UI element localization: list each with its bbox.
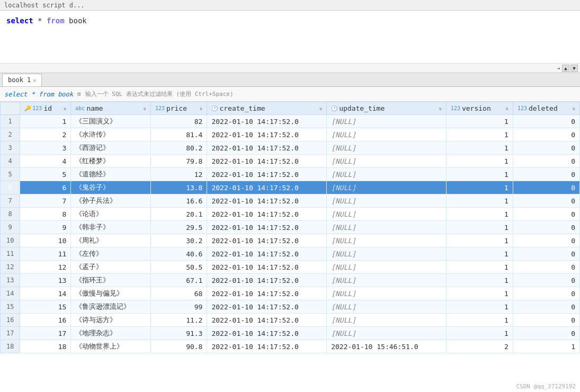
deleted-sort-icon[interactable]: ⇅ — [573, 106, 575, 111]
top-bar: localhost script d... — [0, 0, 580, 11]
cell-id: 8 — [20, 208, 71, 221]
cell-name: 《诗与远方》 — [71, 314, 151, 327]
id-sort-icon[interactable]: ⇅ — [64, 106, 66, 111]
row-number: 17 — [1, 327, 20, 340]
row-number: 5 — [1, 168, 20, 181]
col-deleted[interactable]: 123 deleted ⇅ — [513, 102, 579, 115]
col-update-time[interactable]: 🕐 update_time ⇅ — [327, 102, 447, 115]
cell-name: 《地理杂志》 — [71, 327, 151, 340]
table-row[interactable]: 1515《鲁滨逊漂流记》992022-01-10 14:17:52.0[NULL… — [1, 300, 580, 314]
cell-deleted: 0 — [513, 155, 579, 168]
table-row[interactable]: 1212《孟子》50.52022-01-10 14:17:52.0[NULL]1… — [1, 261, 580, 274]
tab-bar: book 1 ✕ — [0, 73, 580, 87]
cell-price: 81.4 — [150, 128, 207, 141]
cell-create-time: 2022-01-10 14:17:52.0 — [207, 194, 327, 208]
col-id[interactable]: 🔑 123 id ⇅ — [20, 102, 71, 115]
cell-name: 《三国演义》 — [71, 115, 151, 128]
cell-id: 13 — [20, 274, 71, 287]
name-type-icon: abc — [75, 105, 85, 111]
cell-name: 《指环王》 — [71, 274, 151, 287]
col-name-label: name — [86, 104, 103, 112]
table-row[interactable]: 1111《左传》40.62022-01-10 14:17:52.0[NULL]1… — [1, 247, 580, 261]
cell-version: 1 — [446, 194, 513, 208]
table-row[interactable]: 1414《傲慢与偏见》682022-01-10 14:17:52.0[NULL]… — [1, 287, 580, 300]
cell-version: 1 — [446, 115, 513, 128]
table-row[interactable]: 1010《周礼》30.22022-01-10 14:17:52.0[NULL]1… — [1, 234, 580, 247]
cell-price: 30.2 — [150, 234, 207, 247]
cell-name: 《孟子》 — [71, 261, 151, 274]
scroll-down-arrow[interactable]: ▼ — [570, 65, 578, 72]
row-number: 9 — [1, 221, 20, 234]
cell-id: 18 — [20, 340, 71, 353]
table-row[interactable]: 99《韩非子》29.52022-01-10 14:17:52.0[NULL]10 — [1, 221, 580, 234]
table-row[interactable]: 88《论语》20.12022-01-10 14:17:52.0[NULL]10 — [1, 208, 580, 221]
cell-price: 16.6 — [150, 194, 207, 208]
tab-book1[interactable]: book 1 ✕ — [2, 74, 42, 86]
cell-price: 29.5 — [150, 221, 207, 234]
table-row[interactable]: 77《孙子兵法》16.62022-01-10 14:17:52.0[NULL]1… — [1, 194, 580, 208]
table-row[interactable]: 1616《诗与远方》11.22022-01-10 14:17:52.0[NULL… — [1, 314, 580, 327]
cell-update-time: [NULL] — [327, 327, 447, 340]
sql-line: select * from book — [6, 15, 574, 26]
cell-id: 14 — [20, 287, 71, 300]
horizontal-scrollbar[interactable]: ◄ ▲ ▼ — [0, 64, 580, 73]
price-type-icon: 123 — [155, 105, 165, 111]
cell-name: 《西游记》 — [71, 141, 151, 155]
col-version-label: version — [462, 104, 491, 112]
col-price[interactable]: 123 price ⇅ — [150, 102, 207, 115]
cell-update-time: [NULL] — [327, 314, 447, 327]
cell-id: 9 — [20, 221, 71, 234]
cell-id: 7 — [20, 194, 71, 208]
col-create-time[interactable]: 🕐 create_time ⇅ — [207, 102, 327, 115]
table-row[interactable]: 33《西游记》80.22022-01-10 14:17:52.0[NULL]10 — [1, 141, 580, 155]
row-number: 4 — [1, 155, 20, 168]
cell-version: 1 — [446, 168, 513, 181]
cell-version: 2 — [446, 340, 513, 353]
cell-update-time: [NULL] — [327, 115, 447, 128]
cell-create-time: 2022-01-10 14:17:52.0 — [207, 128, 327, 141]
scroll-up-arrow[interactable]: ▲ — [562, 65, 569, 72]
update-time-sort-icon[interactable]: ⇅ — [439, 106, 441, 111]
cell-name: 《鬼谷子》 — [71, 181, 151, 194]
cell-price: 68 — [150, 287, 207, 300]
table-row[interactable]: 1717《地理杂志》91.32022-01-10 14:17:52.0[NULL… — [1, 327, 580, 340]
table-row[interactable]: 1818《动物世界上》90.82022-01-10 14:17:52.02022… — [1, 340, 580, 353]
version-sort-icon[interactable]: ⇅ — [505, 106, 508, 111]
cell-update-time: [NULL] — [327, 274, 447, 287]
table-row[interactable]: 66《鬼谷子》13.82022-01-10 14:17:52.0[NULL]10 — [1, 181, 580, 194]
cell-price: 80.2 — [150, 141, 207, 155]
cell-id: 1 — [20, 115, 71, 128]
table-header-row: 🔑 123 id ⇅ abc name ⇅ 123 — [1, 102, 580, 115]
price-sort-icon[interactable]: ⇅ — [200, 106, 202, 111]
cell-name: 《孙子兵法》 — [71, 194, 151, 208]
results-container[interactable]: 🔑 123 id ⇅ abc name ⇅ 123 — [0, 102, 580, 377]
cell-id: 10 — [20, 234, 71, 247]
scroll-controls[interactable]: ▲ ▼ — [562, 65, 578, 72]
row-number: 8 — [1, 208, 20, 221]
cell-version: 1 — [446, 314, 513, 327]
deleted-type-icon: 123 — [517, 105, 527, 111]
version-type-icon: 123 — [451, 105, 460, 111]
cell-deleted: 0 — [513, 247, 579, 261]
table-row[interactable]: 1313《指环王》67.12022-01-10 14:17:52.0[NULL]… — [1, 274, 580, 287]
table-row[interactable]: 44《红楼梦》79.82022-01-10 14:17:52.0[NULL]10 — [1, 155, 580, 168]
cell-version: 1 — [446, 327, 513, 340]
table-row[interactable]: 11《三国演义》822022-01-10 14:17:52.0[NULL]10 — [1, 115, 580, 128]
cell-version: 1 — [446, 274, 513, 287]
col-rownum — [1, 102, 20, 115]
tab-close-button[interactable]: ✕ — [33, 77, 36, 83]
cell-create-time: 2022-01-10 14:17:52.0 — [207, 261, 327, 274]
name-sort-icon[interactable]: ⇅ — [143, 106, 146, 111]
cell-deleted: 0 — [513, 314, 579, 327]
col-version[interactable]: 123 version ⇅ — [446, 102, 513, 115]
col-name[interactable]: abc name ⇅ — [71, 102, 151, 115]
cell-deleted: 0 — [513, 221, 579, 234]
sql-editor[interactable]: select * from book — [0, 11, 580, 64]
cell-id: 5 — [20, 168, 71, 181]
table-row[interactable]: 55《道德经》122022-01-10 14:17:52.0[NULL]10 — [1, 168, 580, 181]
row-number: 14 — [1, 287, 20, 300]
table-row[interactable]: 22《水浒传》81.42022-01-10 14:17:52.0[NULL]10 — [1, 128, 580, 141]
cell-create-time: 2022-01-10 14:17:52.0 — [207, 221, 327, 234]
row-number: 7 — [1, 194, 20, 208]
create-time-sort-icon[interactable]: ⇅ — [319, 106, 322, 111]
